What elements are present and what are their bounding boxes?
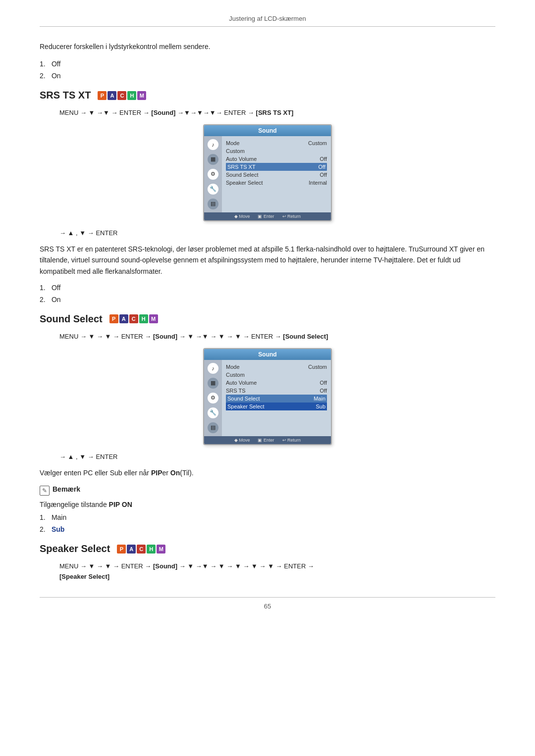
sound-select-main: Main (52, 513, 66, 521)
sound-select-menu-list: Mode Custom Custom Auto Volume Off SRS T… (222, 360, 331, 436)
sound-select-options: 1. Main 2. Sub (40, 513, 495, 533)
sound-select-sub: Sub (52, 525, 64, 533)
list-item: 1. Off (40, 284, 495, 292)
srs-title-text: SRS TS XT (40, 90, 91, 101)
srs-badges: P A C H M (98, 91, 146, 100)
sound-select-section-title: Sound Select P A C H M (40, 313, 495, 325)
menu-row-mode2: Mode Custom (226, 363, 327, 371)
sound-select-sidebar: ♪ ▦ ⚙ 🔧 ▤ (204, 360, 222, 436)
page-container: Justering af LCD-skærmen Reducerer forsk… (0, 0, 535, 756)
srs-screen-footer: ◆ Move ▣ Enter ↩ Return (204, 212, 331, 220)
page-number: 65 (264, 603, 271, 610)
note-icon: ✎ (40, 486, 50, 496)
icon-display: ▦ (208, 154, 218, 165)
sound-select-nav: → ▲ , ▼ → ENTER (59, 453, 495, 460)
badge-a: A (119, 314, 128, 323)
footer-enter2: ▣ Enter (258, 438, 274, 443)
icon-bottom: ▤ (208, 422, 218, 433)
badge-c: C (137, 545, 146, 554)
list-item: 2. On (40, 72, 495, 80)
srs-nav-instruction: → ▲ , ▼ → ENTER (59, 229, 495, 237)
menu-row-autovolume2: Auto Volume Off (226, 379, 327, 387)
sound-select-screen-footer: ◆ Move ▣ Enter ↩ Return (204, 436, 331, 444)
menu-row-speakerselect2: Speaker Select Sub (226, 403, 327, 410)
intro-text: Reducerer forskellen i lydstyrkekontrol … (40, 42, 495, 52)
menu-row-custom2: Custom (226, 371, 327, 379)
menu-row-autovolume: Auto Volume Off (226, 155, 327, 163)
menu-row-speakerselect: Speaker Select Internal (226, 179, 327, 187)
badge-h: H (147, 545, 156, 554)
badge-c: C (129, 314, 138, 323)
menu-row-soundselect2: Sound Select Main (226, 395, 327, 403)
badge-h: H (139, 314, 148, 323)
badge-m: M (137, 91, 146, 100)
badge-a: A (127, 545, 136, 554)
badge-p: P (109, 314, 118, 323)
badge-m: M (149, 314, 158, 323)
srs-menu-path: MENU → ▼ →▼ → ENTER → [Sound] →▼→▼→▼→ EN… (59, 108, 495, 118)
sound-select-title-text: Sound Select (40, 313, 103, 325)
srs-option-on: On (52, 296, 61, 303)
note-box: ✎ Bemærk (40, 485, 495, 496)
page-footer: 65 (40, 597, 495, 610)
list-item: 1. Main (40, 513, 495, 521)
srs-screen-body: ♪ ▦ ⚙ 🔧 ▤ Mode Custom Custom (204, 136, 331, 212)
menu-row-srs: SRS TS XT Off (226, 163, 327, 171)
menu-row-soundselect: Sound Select Off (226, 171, 327, 179)
sound-select-tv-screen: Sound ♪ ▦ ⚙ 🔧 ▤ Mode Custom Custom (203, 348, 332, 445)
list-label-on: On (52, 72, 61, 80)
list-item: 1. Off (40, 60, 495, 68)
sound-select-screen-body: ♪ ▦ ⚙ 🔧 ▤ Mode Custom Custom (204, 360, 331, 436)
srs-tv-screen: Sound ♪ ▦ ⚙ 🔧 ▤ Mode Custom Custom (203, 124, 332, 221)
badge-p: P (98, 91, 107, 100)
list-item: 2. Sub (40, 525, 495, 533)
footer-return2: ↩ Return (282, 438, 301, 443)
badge-m: M (157, 545, 165, 554)
footer-enter: ▣ Enter (258, 214, 274, 219)
icon-bottom: ▤ (208, 199, 218, 209)
srs-screen-title: Sound (204, 125, 331, 136)
footer-move: ◆ Move (234, 214, 250, 219)
icon-display: ▦ (208, 378, 218, 389)
icon-note: ♪ (208, 139, 218, 150)
srs-section-title: SRS TS XT P A C H M (40, 90, 495, 101)
sound-select-menu-path: MENU → ▼ → ▼ → ENTER → [Sound] → ▼ →▼ → … (59, 332, 495, 342)
speaker-select-section-title: Speaker Select P A C H M (40, 543, 495, 554)
menu-row-mode: Mode Custom (226, 139, 327, 147)
icon-gear: ⚙ (208, 393, 218, 403)
icon-gear: ⚙ (208, 169, 218, 180)
icon-cam: 🔧 (208, 407, 218, 418)
footer-move2: ◆ Move (234, 438, 250, 443)
icon-cam: 🔧 (208, 184, 218, 195)
srs-menu-list: Mode Custom Custom Auto Volume Off SRS T… (222, 136, 331, 212)
list-item: 2. On (40, 296, 495, 303)
menu-row-srsts2: SRS TS Off (226, 387, 327, 395)
srs-screen-container: Sound ♪ ▦ ⚙ 🔧 ▤ Mode Custom Custom (40, 124, 495, 221)
sound-select-description: Vælger enten PC eller Sub eller når PIPe… (40, 467, 495, 478)
srs-option-off: Off (52, 284, 60, 292)
header-title: Justering af LCD-skærmen (229, 15, 306, 22)
badge-p: P (117, 545, 126, 554)
list-num: 1. (40, 60, 50, 68)
sound-select-screen-title: Sound (204, 349, 331, 360)
menu-row-custom: Custom (226, 147, 327, 155)
speaker-select-menu-path: MENU → ▼ → ▼ → ENTER → [Sound] → ▼ →▼ → … (59, 561, 495, 582)
page-header: Justering af LCD-skærmen (40, 15, 495, 27)
footer-return: ↩ Return (282, 214, 301, 219)
auto-volume-list: 1. Off 2. On (40, 60, 495, 80)
pip-text: Tilgængelige tilstande PIP ON (40, 501, 495, 508)
badge-a: A (107, 91, 116, 100)
sound-select-badges: P A C H M (109, 314, 158, 323)
list-num: 2. (40, 72, 50, 80)
speaker-select-badges: P A C H M (117, 545, 165, 554)
speaker-select-title-text: Speaker Select (40, 543, 110, 554)
note-label: Bemærk (53, 485, 80, 493)
srs-sidebar-icons: ♪ ▦ ⚙ 🔧 ▤ (204, 136, 222, 212)
srs-options-list: 1. Off 2. On (40, 284, 495, 303)
sound-select-screen-container: Sound ♪ ▦ ⚙ 🔧 ▤ Mode Custom Custom (40, 348, 495, 445)
badge-c: C (117, 91, 126, 100)
badge-h: H (127, 91, 136, 100)
list-label-off: Off (52, 60, 60, 68)
icon-note: ♪ (208, 363, 218, 374)
srs-description: SRS TS XT er en patenteret SRS-teknologi… (40, 244, 495, 277)
